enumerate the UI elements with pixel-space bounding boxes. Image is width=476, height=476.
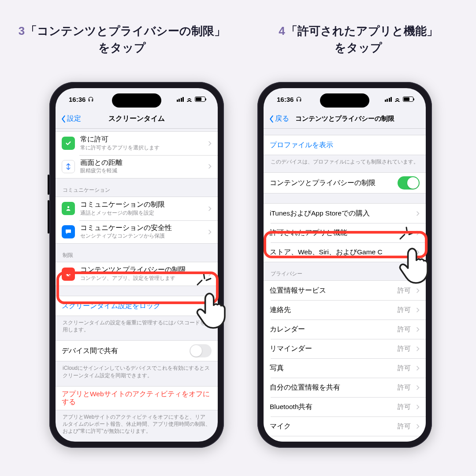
step-3-caption: 3「コンテンツとプライバシーの制限」をタップ (5, 23, 239, 56)
chevron-right-icon (208, 229, 212, 235)
status-time: 16:36 (277, 96, 294, 103)
chevron-right-icon (416, 327, 420, 332)
wifi-icon (186, 97, 193, 102)
chevron-right-icon (208, 206, 212, 212)
row-itunes-purchases[interactable]: iTunesおよびApp Storeでの購入 (264, 204, 426, 223)
chevron-right-icon (416, 288, 420, 294)
wifi-icon (394, 97, 401, 102)
back-button[interactable]: 設定 (61, 114, 81, 123)
footer-share: iCloudにサインインしているデバイスでこれを有効にするとスクリーンタイム設定… (56, 361, 218, 379)
no-entry-icon (62, 268, 75, 281)
row-privacy-item[interactable]: 自分の位置情報を共有許可 (264, 378, 426, 397)
section-header-communication: コミュニケーション (56, 178, 218, 197)
phone-step-3: 16:36 設定 スクリーンタイム (49, 82, 224, 448)
row-always-allow[interactable]: 常に許可 常に許可するアプリを選択します (56, 132, 218, 155)
row-turn-off-activity[interactable]: アプリとWebサイトのアクティビティをオフにする (56, 387, 218, 410)
dynamic-island (320, 93, 369, 108)
row-privacy-item[interactable]: Bluetooth共有許可 (264, 397, 426, 416)
row-show-profile[interactable]: プロファイルを表示 (264, 135, 426, 155)
tap-hand-icon (185, 278, 238, 331)
section-header-restrictions: 制限 (56, 244, 218, 262)
chevron-right-icon (416, 365, 420, 371)
row-privacy-item[interactable]: 連絡先許可 (264, 300, 426, 320)
battery-icon (195, 97, 205, 102)
row-screen-distance[interactable]: 画面との距離 眼精疲労を軽減 (56, 155, 218, 178)
row-share-across-devices[interactable]: デバイス間で共有 (56, 341, 218, 361)
row-communication-limits[interactable]: コミュニケーションの制限 通話とメッセージの制限を設定 (56, 197, 218, 220)
row-privacy-item[interactable]: リマインダー許可 (264, 339, 426, 358)
chevron-right-icon (416, 424, 420, 429)
tap-hand-icon (388, 233, 441, 286)
headphones-icon (296, 96, 302, 102)
chevron-right-icon (208, 164, 212, 169)
chevron-right-icon (416, 385, 420, 390)
headphones-icon (88, 96, 94, 102)
footer-turnoff: アプリとWebサイトのアクティビティをオフにすると、リアルタイムのレポート報告、… (56, 410, 218, 436)
nav-bar: 設定 スクリーンタイム (56, 109, 218, 129)
content-privacy-toggle[interactable] (398, 176, 420, 190)
distance-icon (62, 160, 75, 173)
chevron-left-icon (61, 115, 66, 123)
chevron-right-icon (416, 307, 420, 313)
signal-icon (177, 97, 184, 102)
signal-icon (385, 97, 392, 102)
back-button[interactable]: 戻る (269, 114, 289, 123)
svg-point-0 (67, 206, 70, 208)
communication-icon (62, 202, 75, 215)
row-privacy-item[interactable]: マイク許可 (264, 416, 426, 436)
chevron-right-icon (416, 346, 420, 352)
svg-line-8 (406, 227, 407, 233)
footer-profile: このデバイスは、プロファイルによっても制限されています。 (264, 155, 426, 166)
battery-icon (403, 97, 413, 102)
dynamic-island (112, 93, 161, 108)
row-privacy-item[interactable]: カレンダー許可 (264, 320, 426, 339)
chevron-right-icon (416, 211, 420, 216)
status-time: 16:36 (69, 96, 86, 103)
step-4-caption: 4「許可されたアプリと機能」をタップ (242, 23, 475, 56)
safety-bubble-icon (62, 225, 75, 238)
checkmark-shield-icon (62, 137, 75, 150)
row-privacy-item[interactable]: 写真許可 (264, 358, 426, 378)
share-toggle[interactable] (190, 344, 212, 357)
row-content-privacy-toggle[interactable]: コンテンツとプライバシーの制限 (264, 173, 426, 193)
row-communication-safety[interactable]: コミュニケーションの安全性 センシティブなコンテンツから保護 (56, 220, 218, 244)
chevron-right-icon (416, 404, 420, 410)
nav-bar: 戻る コンテンツとプライバシーの制限 (264, 109, 426, 129)
chevron-right-icon (208, 141, 212, 146)
row-privacy-item[interactable]: 音声認識許可 (264, 436, 426, 442)
chevron-left-icon (269, 115, 274, 123)
